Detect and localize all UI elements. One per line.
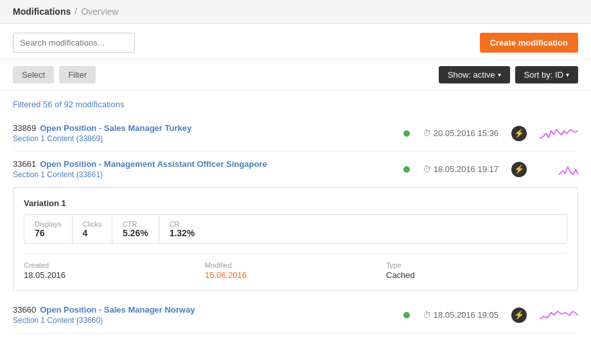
filter-button[interactable]: Filter (59, 66, 96, 83)
variation-stats: Displays 76 Clicks 4 CTR 5.26% CR 1.32% (24, 214, 567, 244)
mod-info: 33869 Open Position - Sales Manager Turk… (13, 123, 391, 143)
bolt-icon: ⚡ (511, 126, 527, 141)
meta-label: Created (24, 261, 205, 269)
show-active-button[interactable]: Show: active ▾ (439, 66, 510, 83)
mod-id: 33660 (13, 305, 36, 315)
variation-label: Variation 1 (24, 198, 567, 208)
search-input[interactable] (13, 33, 135, 53)
meta-value-type: Cached (386, 270, 567, 280)
stat-cell-cr: CR 1.32% (159, 215, 206, 243)
meta-label: Modified (205, 261, 386, 269)
mod-name[interactable]: Open Position - Management Assistant Off… (40, 159, 267, 169)
mod-time: ⏱ 18.05.2016 19:17 (423, 164, 498, 174)
clock-icon: ⏱ (423, 310, 431, 320)
clock-icon: ⏱ (423, 128, 431, 138)
mod-info: 33661 Open Position - Management Assista… (13, 159, 391, 179)
sparkline-chart (540, 125, 578, 143)
mod-section[interactable]: Section 1 Content (33661) (13, 170, 391, 179)
sparkline-chart (540, 160, 578, 178)
meta-cell-created: Created 18.05.2016 (24, 261, 205, 280)
mod-section[interactable]: Section 1 Content (33869) (13, 134, 391, 143)
stat-label: CTR (123, 220, 148, 228)
stat-label: Clicks (83, 220, 101, 228)
bolt-icon: ⚡ (511, 308, 527, 323)
stat-value: 1.32% (170, 228, 195, 238)
status-active-dot (403, 312, 410, 318)
action-bar-right: Show: active ▾ Sort by: ID ▾ (439, 66, 578, 83)
table-row: 33869 Open Position - Sales Manager Turk… (13, 116, 578, 152)
status-active-dot (403, 130, 410, 137)
stat-cell-displays: Displays 76 (24, 215, 73, 243)
mod-id: 33869 (13, 123, 36, 133)
mod-title: 33660 Open Position - Sales Manager Norw… (13, 305, 391, 315)
mod-meta: ⏱ 18.05.2016 19:05 ⚡ (403, 306, 578, 324)
bolt-icon: ⚡ (511, 162, 527, 177)
meta-value-modified: 15.06.2016 (205, 270, 386, 280)
sort-by-id-button[interactable]: Sort by: ID ▾ (515, 66, 578, 83)
mod-name[interactable]: Open Position - Sales Manager Turkey (40, 123, 191, 133)
meta-label: Type (386, 261, 567, 269)
sparkline-chart (540, 306, 578, 324)
mod-id: 33661 (13, 159, 36, 169)
stat-label: Displays (35, 220, 62, 228)
action-bar-left: Select Filter (13, 66, 96, 83)
meta-value-created: 18.05.2016 (24, 270, 205, 280)
filter-info: Filtered 56 of 92 modifications (0, 91, 591, 116)
stat-value: 5.26% (123, 228, 148, 238)
toolbar: Create modification (0, 24, 591, 60)
breadcrumb-overview: Overview (81, 6, 118, 17)
stat-label: CR (170, 220, 195, 228)
select-button[interactable]: Select (13, 66, 54, 83)
stat-value: 4 (83, 228, 101, 238)
detail-panel: Variation 1 Displays 76 Clicks 4 CTR 5.2… (13, 187, 578, 291)
top-bar: Modifications / Overview (0, 0, 591, 24)
mod-name[interactable]: Open Position - Sales Manager Norway (40, 305, 195, 315)
mod-time: ⏱ 20.05.2016 15:36 (423, 128, 498, 138)
breadcrumb-separator: / (75, 6, 77, 17)
mod-title: 33661 Open Position - Management Assista… (13, 159, 391, 169)
mod-section[interactable]: Section 1 Content (33660) (13, 316, 391, 325)
mod-time: ⏱ 18.05.2016 19:05 (423, 310, 498, 320)
mod-info: 33660 Open Position - Sales Manager Norw… (13, 305, 391, 325)
table-row: 33660 Open Position - Sales Manager Norw… (13, 297, 578, 333)
mod-meta: ⏱ 20.05.2016 15:36 ⚡ (403, 125, 578, 143)
chevron-down-icon: ▾ (566, 71, 569, 78)
meta-cell-type: Type Cached (386, 261, 567, 280)
breadcrumb-modifications: Modifications (13, 6, 71, 17)
clock-icon: ⏱ (423, 164, 431, 174)
chevron-down-icon: ▾ (498, 71, 501, 78)
detail-meta: Created 18.05.2016 Modified 15.06.2016 T… (24, 253, 567, 280)
mod-title: 33869 Open Position - Sales Manager Turk… (13, 123, 391, 133)
stat-value: 76 (35, 228, 62, 238)
stat-cell-clicks: Clicks 4 (73, 215, 112, 243)
mod-meta: ⏱ 18.05.2016 19:17 ⚡ (403, 160, 578, 178)
toolbar-left (13, 33, 135, 53)
status-active-dot (403, 166, 410, 173)
action-bar: Select Filter Show: active ▾ Sort by: ID… (0, 60, 591, 91)
table-row: 33661 Open Position - Management Assista… (13, 152, 578, 187)
meta-cell-modified: Modified 15.06.2016 (205, 261, 386, 280)
stat-cell-ctr: CTR 5.26% (112, 215, 159, 243)
modifications-list: 33869 Open Position - Sales Manager Turk… (0, 116, 591, 333)
create-modification-button[interactable]: Create modification (480, 33, 578, 53)
